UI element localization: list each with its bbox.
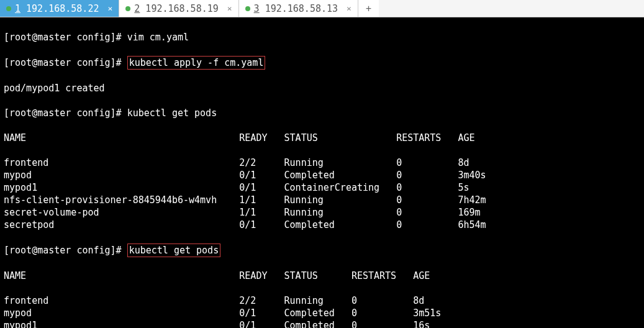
tab-ip: 192.168.58.19 <box>145 3 218 14</box>
close-icon[interactable]: × <box>107 4 112 13</box>
table-row: secretpod 0/1 Completed 0 6h54m <box>4 219 640 231</box>
tab-number: 3 <box>254 3 260 14</box>
tab-number: 1 <box>15 3 20 14</box>
terminal-line: [root@master config]# vim cm.yaml <box>4 31 640 43</box>
tab-2[interactable]: 2 192.168.58.19 × <box>119 0 238 17</box>
highlighted-command: kubectl get pods <box>127 244 221 257</box>
tab-1[interactable]: 1 192.168.58.22 × <box>0 0 119 17</box>
table-row: nfs-client-provisioner-8845944b6-w4mvh 1… <box>4 194 640 206</box>
table-row: mypod 0/1 Completed 0 3m40s <box>4 169 640 181</box>
tab-bar: 1 192.168.58.22 × 2 192.168.58.19 × 3 19… <box>0 0 644 17</box>
table-row: mypod1 0/1 Completed 0 16s <box>4 319 640 328</box>
terminal-line: [root@master config]# kubectl get pods <box>4 244 640 257</box>
terminal-line: pod/mypod1 created <box>4 82 640 94</box>
terminal[interactable]: [root@master config]# vim cm.yaml [root@… <box>0 17 644 328</box>
highlighted-command: kubectl apply -f cm.yaml <box>127 56 266 70</box>
terminal-line: [root@master config]# kubectl get pods <box>4 107 640 119</box>
status-dot-icon <box>245 6 250 11</box>
table-body: frontend 2/2 Running 0 8dmypod 0/1 Compl… <box>4 157 640 231</box>
status-dot-icon <box>125 6 130 11</box>
add-tab-button[interactable]: + <box>358 0 379 17</box>
status-dot-icon <box>6 6 11 11</box>
table-row: mypod1 0/1 ContainerCreating 0 5s <box>4 181 640 194</box>
tab-3[interactable]: 3 192.168.58.13 × <box>239 0 358 17</box>
tab-number: 2 <box>134 3 140 14</box>
table-row: frontend 2/2 Running 0 8d <box>4 157 640 169</box>
table-row: mypod 0/1 Completed 0 3m51s <box>4 307 640 319</box>
close-icon[interactable]: × <box>227 4 232 13</box>
terminal-line: [root@master config]# kubectl apply -f c… <box>4 56 640 70</box>
tab-ip: 192.168.58.13 <box>265 3 338 14</box>
table-row: secret-volume-pod 1/1 Running 0 169m <box>4 206 640 219</box>
table-body: frontend 2/2 Running 0 8dmypod 0/1 Compl… <box>4 294 640 328</box>
close-icon[interactable]: × <box>347 4 351 13</box>
table-header: NAME READY STATUS RESTARTS AGE <box>4 270 640 282</box>
tab-ip: 192.168.58.22 <box>26 3 99 14</box>
table-row: frontend 2/2 Running 0 8d <box>4 294 640 307</box>
table-header: NAME READY STATUS RESTARTS AGE <box>4 132 640 144</box>
